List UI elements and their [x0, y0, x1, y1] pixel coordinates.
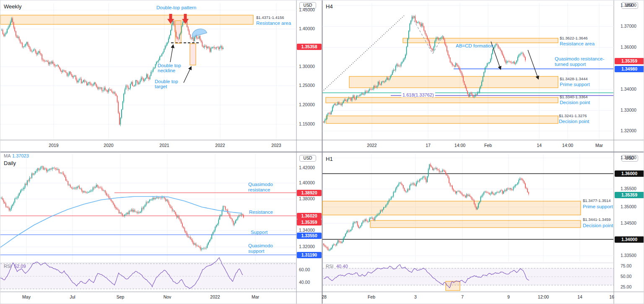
pattern-measure-box — [175, 21, 181, 43]
weekly-candles — [1, 16, 223, 126]
moving-average-line — [0, 197, 242, 247]
h1-panel-graphics — [322, 154, 614, 291]
supply-demand-zone — [370, 220, 581, 228]
annotation-arrow — [184, 67, 191, 83]
pattern-measure-box — [190, 44, 196, 65]
daily-panel-graphics — [0, 154, 296, 289]
supply-demand-zone — [403, 38, 558, 43]
weekly-panel-graphics — [0, 3, 296, 139]
rounding-arc-shape — [191, 27, 207, 37]
supply-demand-zone — [322, 201, 581, 215]
supply-demand-zone — [0, 15, 253, 24]
supply-demand-zone — [326, 97, 558, 103]
h4-candles — [323, 15, 526, 123]
chart-canvas[interactable] — [0, 0, 644, 304]
supply-demand-zone — [326, 116, 558, 123]
trading-multichart-app: Weekly H4 Daily H1 MA 1.37023 RSI 52.09 … — [0, 0, 644, 304]
annotation-arrow — [170, 45, 173, 62]
h4-panel-graphics — [322, 3, 614, 139]
annotation-arrow — [528, 50, 538, 79]
supply-demand-zone — [349, 76, 558, 88]
abcd-dashed-leg — [412, 17, 433, 54]
